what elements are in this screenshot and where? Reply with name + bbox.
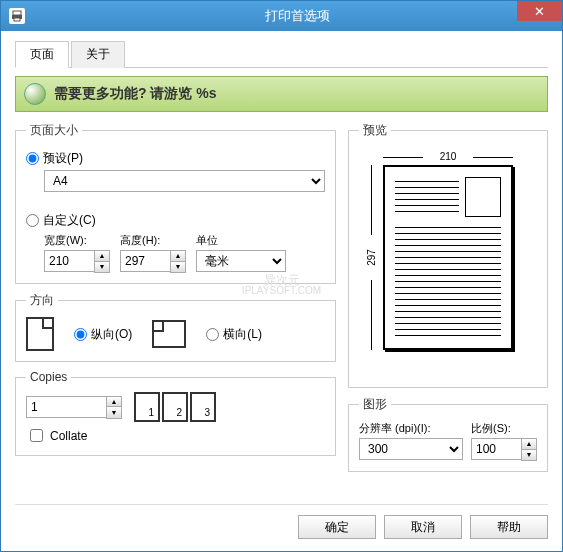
spin-up[interactable]: ▲ xyxy=(171,251,185,262)
graphics-legend: 图形 xyxy=(359,396,391,413)
content-area: 异次元 IPLAYSOFT.COM 需要更多功能? 请游览 %s 页面大小 预设… xyxy=(15,76,548,494)
copy-page-icon: 1 xyxy=(134,392,160,422)
scale-field: 比例(S): ▲▼ xyxy=(471,421,537,461)
scale-input[interactable] xyxy=(471,438,521,460)
preview-legend: 预览 xyxy=(359,122,391,139)
spin-up[interactable]: ▲ xyxy=(522,439,536,450)
spin-down[interactable]: ▼ xyxy=(95,262,109,273)
spin-down[interactable]: ▼ xyxy=(171,262,185,273)
spin-up[interactable]: ▲ xyxy=(95,251,109,262)
width-input[interactable] xyxy=(44,250,94,272)
page-size-group: 页面大小 预设(P) A4 自定义(C) xyxy=(15,122,336,284)
custom-radio-input[interactable] xyxy=(26,214,39,227)
ok-button[interactable]: 确定 xyxy=(298,515,376,539)
page-preview: 210 297 xyxy=(363,147,533,377)
preview-sheet xyxy=(383,165,513,350)
spin-down[interactable]: ▼ xyxy=(522,450,536,461)
collate-label: Collate xyxy=(50,429,87,443)
orientation-group: 方向 纵向(O) 横向(L) xyxy=(15,292,336,362)
printer-icon xyxy=(9,8,25,24)
scale-spinner[interactable]: ▲▼ xyxy=(471,438,537,461)
copies-legend: Copies xyxy=(26,370,71,384)
preset-select[interactable]: A4 xyxy=(44,170,325,192)
width-spinner[interactable]: ▲▼ xyxy=(44,250,110,273)
dpi-select[interactable]: 300 xyxy=(359,438,463,460)
dpi-field: 分辨率 (dpi)(I): 300 xyxy=(359,421,463,461)
svg-rect-2 xyxy=(14,18,20,21)
banner-text: 需要更多功能? 请游览 %s xyxy=(54,85,217,103)
landscape-icon xyxy=(152,320,186,348)
landscape-radio[interactable]: 横向(L) xyxy=(206,326,262,343)
preview-width-dim: 210 xyxy=(383,151,513,162)
custom-radio[interactable]: 自定义(C) xyxy=(26,212,325,229)
tab-page[interactable]: 页面 xyxy=(15,41,69,68)
titlebar: 打印首选项 ✕ xyxy=(1,1,562,31)
unit-field: 单位 毫米 xyxy=(196,233,286,273)
copies-input[interactable] xyxy=(26,396,106,418)
close-button[interactable]: ✕ xyxy=(517,1,562,21)
preset-radio[interactable]: 预设(P) xyxy=(26,150,325,167)
tab-bar: 页面 关于 xyxy=(15,41,548,68)
preview-thumb xyxy=(465,177,501,217)
tab-about[interactable]: 关于 xyxy=(71,41,125,68)
preview-height-dim: 297 xyxy=(363,165,379,350)
copy-page-icon: 3 xyxy=(190,392,216,422)
height-field: 高度(H): ▲▼ xyxy=(120,233,186,273)
dialog-footer: 确定 取消 帮助 xyxy=(15,504,548,539)
cancel-button[interactable]: 取消 xyxy=(384,515,462,539)
spin-up[interactable]: ▲ xyxy=(107,397,121,408)
page-size-legend: 页面大小 xyxy=(26,122,82,139)
print-preferences-window: 打印首选项 ✕ 页面 关于 异次元 IPLAYSOFT.COM 需要更多功能? … xyxy=(0,0,563,552)
help-button[interactable]: 帮助 xyxy=(470,515,548,539)
dialog-body: 页面 关于 异次元 IPLAYSOFT.COM 需要更多功能? 请游览 %s 页… xyxy=(1,31,562,551)
height-spinner[interactable]: ▲▼ xyxy=(120,250,186,273)
unit-select[interactable]: 毫米 xyxy=(196,250,286,272)
copy-page-icon: 2 xyxy=(162,392,188,422)
swirl-icon xyxy=(24,83,46,105)
spin-down[interactable]: ▼ xyxy=(107,407,121,418)
svg-rect-0 xyxy=(13,11,21,15)
portrait-icon xyxy=(26,317,54,351)
preset-radio-input[interactable] xyxy=(26,152,39,165)
window-title: 打印首选项 xyxy=(33,7,562,25)
preview-group: 预览 210 297 xyxy=(348,122,548,388)
graphics-group: 图形 分辨率 (dpi)(I): 300 比例(S): xyxy=(348,396,548,472)
portrait-radio[interactable]: 纵向(O) xyxy=(74,326,132,343)
copies-icons: 1 2 3 xyxy=(134,392,216,422)
orientation-legend: 方向 xyxy=(26,292,58,309)
height-input[interactable] xyxy=(120,250,170,272)
copies-spinner[interactable]: ▲▼ xyxy=(26,396,122,419)
feature-banner[interactable]: 需要更多功能? 请游览 %s xyxy=(15,76,548,112)
collate-checkbox[interactable] xyxy=(30,429,43,442)
copies-group: Copies ▲▼ 1 2 3 xyxy=(15,370,336,456)
width-field: 宽度(W): ▲▼ xyxy=(44,233,110,273)
